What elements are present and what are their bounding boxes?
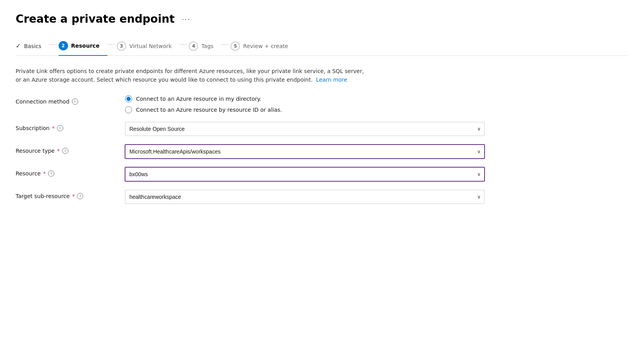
subscription-info-icon[interactable]: i	[57, 125, 63, 131]
resource-info-icon[interactable]: i	[48, 170, 54, 177]
step-vn-circle: 3	[117, 41, 126, 51]
connection-method-info-icon[interactable]: i	[72, 98, 78, 105]
target-sub-resource-info-icon[interactable]: i	[77, 193, 83, 199]
step-tags[interactable]: 4 Tags	[189, 38, 221, 55]
step-rc-label: Review + create	[243, 43, 288, 49]
radio-directory[interactable]: Connect to an Azure resource in my direc…	[125, 95, 485, 102]
target-sub-resource-select-wrapper: healthcareworkspace ∨	[125, 190, 485, 204]
step-sep-4	[221, 44, 229, 45]
subscription-select[interactable]: Resolute Open Source	[125, 122, 485, 136]
resource-row: Resource * i bx00ws ∨	[16, 167, 485, 181]
radio-resource-id-input[interactable]	[125, 106, 132, 113]
subscription-label: Subscription	[16, 125, 50, 131]
resource-type-label: Resource type	[16, 148, 55, 154]
step-resource[interactable]: 2 Resource	[59, 38, 107, 56]
step-tags-circle: 4	[189, 41, 198, 51]
target-sub-resource-label: Target sub-resource	[16, 193, 70, 199]
resource-label: Resource	[16, 170, 41, 177]
target-sub-resource-row: Target sub-resource * i healthcareworksp…	[16, 190, 485, 204]
step-tags-label: Tags	[201, 43, 213, 49]
resource-select-wrapper: bx00ws ∨	[125, 167, 485, 181]
page-title-row: Create a private endpoint ···	[16, 13, 628, 25]
resource-type-row: Resource type * i Microsoft.HealthcareAp…	[16, 145, 485, 159]
radio-directory-label: Connect to an Azure resource in my direc…	[136, 96, 261, 102]
subscription-row: Subscription * i Resolute Open Source ∨	[16, 122, 485, 136]
step-basics-check: ✓	[16, 42, 21, 50]
resource-type-select[interactable]: Microsoft.HealthcareApis/workspaces	[125, 145, 485, 159]
resource-type-info-icon[interactable]: i	[62, 148, 68, 154]
step-vn-label: Virtual Network	[129, 43, 172, 49]
radio-resource-id[interactable]: Connect to an Azure resource by resource…	[125, 106, 485, 113]
target-sub-resource-required: *	[72, 193, 75, 199]
step-review-create[interactable]: 5 Review + create	[231, 38, 296, 55]
subscription-required: *	[52, 125, 55, 131]
resource-type-select-wrapper: Microsoft.HealthcareApis/workspaces ∨	[125, 145, 485, 159]
ellipsis-button[interactable]: ···	[179, 13, 193, 25]
target-sub-resource-select[interactable]: healthcareworkspace	[125, 190, 485, 204]
page-title: Create a private endpoint	[16, 13, 175, 25]
wizard-steps: ✓ Basics 2 Resource 3 Virtual Network 4 …	[16, 38, 628, 56]
step-sep-3	[179, 44, 187, 45]
step-rc-circle: 5	[231, 41, 240, 51]
resource-type-control: Microsoft.HealthcareApis/workspaces ∨	[125, 145, 485, 159]
description-text: Private Link offers options to create pr…	[16, 67, 367, 84]
learn-more-link[interactable]: Learn more	[316, 77, 347, 83]
target-sub-resource-control: healthcareworkspace ∨	[125, 190, 485, 204]
resource-control: bx00ws ∨	[125, 167, 485, 181]
subscription-select-wrapper: Resolute Open Source ∨	[125, 122, 485, 136]
step-resource-circle: 2	[59, 41, 68, 50]
target-sub-resource-label-col: Target sub-resource * i	[16, 190, 117, 199]
step-basics[interactable]: ✓ Basics	[16, 39, 49, 54]
radio-resource-id-label: Connect to an Azure resource by resource…	[136, 107, 282, 113]
subscription-control: Resolute Open Source ∨	[125, 122, 485, 136]
connection-method-label: Connection method	[16, 98, 70, 105]
step-resource-label: Resource	[71, 43, 100, 49]
resource-label-col: Resource * i	[16, 167, 117, 177]
resource-type-label-col: Resource type * i	[16, 145, 117, 154]
subscription-label-col: Subscription * i	[16, 122, 117, 131]
form-section: Connection method i Connect to an Azure …	[16, 95, 485, 204]
resource-required: *	[43, 170, 46, 177]
connection-method-row: Connection method i Connect to an Azure …	[16, 95, 485, 113]
resource-select[interactable]: bx00ws	[125, 167, 485, 181]
step-basics-label: Basics	[24, 43, 41, 49]
connection-method-controls: Connect to an Azure resource in my direc…	[125, 95, 485, 113]
connection-method-radio-group: Connect to an Azure resource in my direc…	[125, 95, 485, 113]
step-virtual-network[interactable]: 3 Virtual Network	[117, 38, 180, 55]
radio-directory-input[interactable]	[125, 95, 132, 102]
step-sep-1	[49, 44, 57, 45]
connection-method-label-col: Connection method i	[16, 95, 117, 105]
step-sep-2	[107, 44, 115, 45]
resource-type-required: *	[57, 148, 60, 154]
